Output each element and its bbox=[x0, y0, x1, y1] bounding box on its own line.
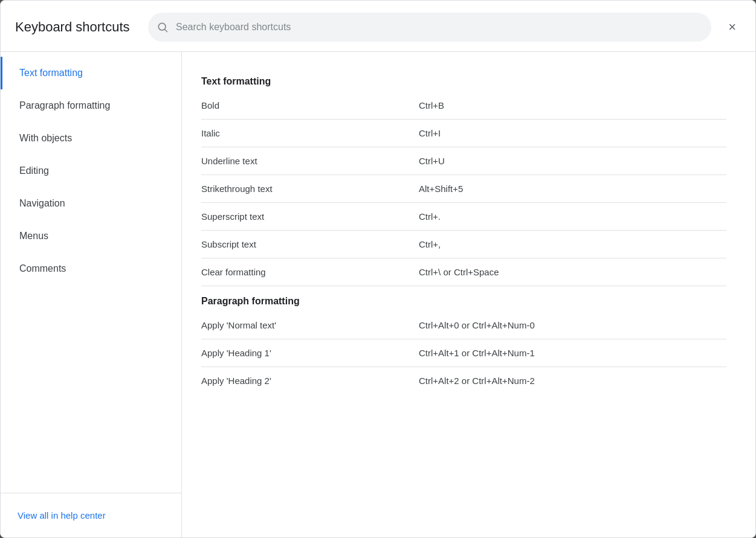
sidebar-item-with-objects[interactable]: With objects bbox=[1, 122, 181, 155]
dialog-title: Keyboard shortcuts bbox=[15, 19, 136, 35]
shortcut-row: Clear formattingCtrl+\ or Ctrl+Space bbox=[201, 258, 726, 286]
section-title-paragraph-formatting: Paragraph formatting bbox=[201, 286, 726, 312]
shortcut-key: Ctrl+\ or Ctrl+Space bbox=[419, 267, 499, 277]
shortcut-row: Apply 'Heading 1'Ctrl+Alt+1 or Ctrl+Alt+… bbox=[201, 339, 726, 367]
content-area[interactable]: Text formattingBoldCtrl+BItalicCtrl+IUnd… bbox=[182, 52, 755, 537]
shortcut-name: Strikethrough text bbox=[201, 184, 419, 194]
shortcut-name: Subscript text bbox=[201, 239, 419, 249]
dialog-header: Keyboard shortcuts × bbox=[1, 1, 755, 52]
shortcut-key: Alt+Shift+5 bbox=[419, 184, 463, 194]
sidebar-item-navigation[interactable]: Navigation bbox=[1, 187, 181, 220]
section-title-text-formatting: Text formatting bbox=[201, 66, 726, 92]
shortcut-key: Ctrl+U bbox=[419, 156, 445, 166]
search-icon bbox=[157, 21, 169, 33]
shortcut-row: Underline textCtrl+U bbox=[201, 147, 726, 175]
shortcut-row: ItalicCtrl+I bbox=[201, 120, 726, 147]
shortcut-key: Ctrl+Alt+1 or Ctrl+Alt+Num-1 bbox=[419, 348, 535, 358]
shortcut-row: Apply 'Heading 2'Ctrl+Alt+2 or Ctrl+Alt+… bbox=[201, 367, 726, 394]
search-container bbox=[148, 13, 711, 42]
shortcut-name: Superscript text bbox=[201, 211, 419, 222]
shortcut-row: Superscript textCtrl+. bbox=[201, 203, 726, 231]
shortcut-key: Ctrl+Alt+2 or Ctrl+Alt+Num-2 bbox=[419, 376, 535, 386]
sidebar: Text formattingParagraph formattingWith … bbox=[1, 52, 182, 537]
keyboard-shortcuts-dialog: Keyboard shortcuts × Text formattingPara… bbox=[0, 0, 756, 538]
sidebar-item-menus[interactable]: Menus bbox=[1, 220, 181, 252]
shortcut-name: Apply 'Normal text' bbox=[201, 320, 419, 330]
shortcut-row: BoldCtrl+B bbox=[201, 92, 726, 120]
search-input[interactable] bbox=[148, 13, 711, 42]
shortcut-name: Clear formatting bbox=[201, 267, 419, 277]
sidebar-footer: View all in help center bbox=[1, 493, 181, 537]
sidebar-item-editing[interactable]: Editing bbox=[1, 155, 181, 187]
shortcut-name: Italic bbox=[201, 128, 419, 138]
shortcut-name: Underline text bbox=[201, 156, 419, 166]
sidebar-item-paragraph-formatting[interactable]: Paragraph formatting bbox=[1, 89, 181, 122]
shortcut-row: Strikethrough textAlt+Shift+5 bbox=[201, 175, 726, 203]
sidebar-item-comments[interactable]: Comments bbox=[1, 252, 181, 285]
shortcut-name: Apply 'Heading 1' bbox=[201, 348, 419, 358]
shortcut-key: Ctrl+I bbox=[419, 128, 441, 138]
shortcut-key: Ctrl+. bbox=[419, 211, 441, 222]
shortcut-key: Ctrl+B bbox=[419, 100, 444, 110]
shortcut-key: Ctrl+Alt+0 or Ctrl+Alt+Num-0 bbox=[419, 320, 535, 330]
sidebar-item-text-formatting[interactable]: Text formatting bbox=[1, 57, 181, 89]
shortcut-row: Subscript textCtrl+, bbox=[201, 231, 726, 258]
shortcut-row: Apply 'Normal text'Ctrl+Alt+0 or Ctrl+Al… bbox=[201, 312, 726, 339]
svg-line-1 bbox=[165, 30, 167, 32]
sidebar-nav: Text formattingParagraph formattingWith … bbox=[1, 52, 181, 493]
shortcut-name: Apply 'Heading 2' bbox=[201, 376, 419, 386]
dialog-body: Text formattingParagraph formattingWith … bbox=[1, 52, 755, 537]
close-button[interactable]: × bbox=[723, 16, 741, 39]
shortcut-key: Ctrl+, bbox=[419, 239, 441, 249]
help-center-link[interactable]: View all in help center bbox=[1, 493, 181, 537]
shortcut-name: Bold bbox=[201, 100, 419, 110]
